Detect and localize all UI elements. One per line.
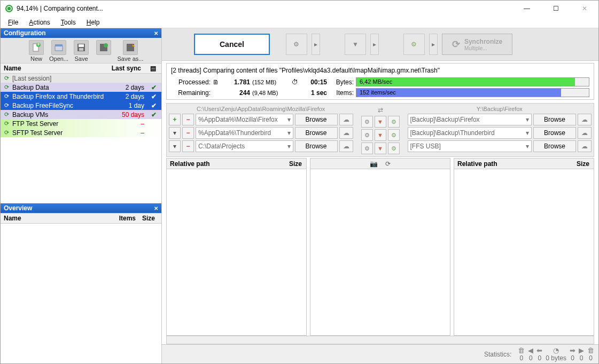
new-icon: + [29,40,44,55]
arrow-right-plus-icon: ➡ [570,346,575,354]
pair-filter-button[interactable]: ▼ [375,116,386,128]
config-row[interactable]: ⟳ SFTP Test Server – [1,128,161,137]
left-file-list[interactable] [167,169,306,335]
pair-filter-button[interactable]: ▼ [375,129,386,141]
left-path-input[interactable]: %AppData%\Mozilla\Firefox▾ [196,114,293,125]
compare-settings-button[interactable]: ⚙ [286,34,307,55]
pie-icon: ◔ [553,346,559,354]
menu-help[interactable]: Help [82,18,104,27]
refresh-icon[interactable]: ⟳ [385,160,391,168]
col-size[interactable]: Size [564,160,594,168]
sync-icon: ⟳ [2,102,11,109]
filter-button[interactable]: ▼ [345,34,366,55]
browse-button[interactable]: Browse [533,127,576,139]
check-icon: ✔ [147,84,160,91]
add-pair-button[interactable]: + [169,114,181,125]
items-rate: 152 items/sec [360,89,396,96]
pair-compare-button[interactable]: ⚙ [361,116,373,128]
elapsed-time: 00:15 [305,78,327,86]
cloud-icon[interactable]: ☁ [339,140,353,152]
camera-icon[interactable]: 📷 [370,160,378,168]
svg-text:+: + [36,43,40,48]
overview-col-name[interactable]: Name [1,215,110,222]
config-row[interactable]: ⟳ Backup VMs 50 days ✔ [1,110,161,119]
right-path-input[interactable]: [FFS USB]▾ [408,140,532,152]
sync-icon: ⟳ [452,38,460,50]
config-row[interactable]: ⟳ Backup Firefox and Thunderbird 2 days … [1,92,161,101]
pair-sync-button[interactable]: ⚙ [388,143,400,154]
overview-col-size[interactable]: Size [136,215,161,222]
menu-actions[interactable]: Actions [25,18,54,27]
right-file-list[interactable] [454,169,594,335]
config-row[interactable]: ⟳ FTP Test Server – [1,119,161,128]
new-button[interactable]: + New [26,40,46,62]
remove-pair-button[interactable]: − [182,127,194,139]
config-col-lastsync[interactable]: Last sync [110,65,144,72]
left-path-input[interactable]: C:\Data\Projects▾ [196,140,293,152]
config-col-view-icon[interactable]: ▤ [144,65,161,72]
config-row[interactable]: ⟳ Backup Data 2 days ✔ [1,83,161,92]
check-icon: ✔ [147,111,160,118]
sync-dropdown-button[interactable]: ▸ [429,34,438,55]
cloud-icon[interactable]: ☁ [578,140,592,152]
expand-pair-button[interactable]: ▾ [169,140,181,152]
remove-pair-button[interactable]: − [182,114,194,125]
stat-delete-left: 🗑0 [518,346,525,362]
open-button[interactable]: Open... [49,40,69,62]
config-row[interactable]: ⟳ Backup FreeFileSync 1 day ✔ [1,101,161,110]
minimize-button[interactable]: — [517,2,536,15]
swap-icon[interactable]: ⇄ [378,106,383,114]
sync-settings-button[interactable]: ⚙ [403,34,425,55]
synchronize-button[interactable]: ⟳ Synchronize Multiple... [442,34,512,55]
configuration-close-icon[interactable]: ✕ [154,30,158,36]
sync-icon: ⟳ [2,75,11,82]
sync-icon: ⟳ [2,129,11,136]
compare-dropdown-button[interactable]: ▸ [312,34,320,55]
config-col-name[interactable]: Name [1,65,110,72]
right-path-input[interactable]: [Backup]\Backup\Thunderbird▾ [408,127,532,139]
browse-button[interactable]: Browse [533,140,576,152]
horizontal-scrollbar[interactable] [166,336,594,344]
remove-pair-button[interactable]: − [182,140,194,152]
filter-dropdown-button[interactable]: ▸ [370,34,379,55]
close-button[interactable]: ✕ [575,2,594,15]
sync-icon: ⟳ [2,111,11,118]
middle-action-pane: 📷 ⟳ [310,158,450,336]
saveas-button[interactable]: Save as... [116,40,145,62]
pair-compare-button[interactable]: ⚙ [361,129,373,141]
menu-tools[interactable]: Tools [57,18,80,27]
cloud-icon[interactable]: ☁ [578,114,592,125]
maximize-button[interactable]: ☐ [546,2,565,15]
sync-icon: ⟳ [2,120,11,127]
pair-sync-button[interactable]: ⚙ [388,129,400,141]
cloud-icon[interactable]: ☁ [339,127,353,139]
browse-button[interactable]: Browse [533,114,576,125]
cloud-icon[interactable]: ☁ [339,114,353,125]
stat-bytes: ◔0 bytes [546,346,566,362]
overview-close-icon[interactable]: ✕ [154,205,158,211]
browse-button[interactable]: Browse [295,114,338,125]
pair-compare-button[interactable]: ⚙ [361,143,373,154]
check-icon: ✔ [147,102,160,109]
right-path-input[interactable]: [Backup]\Backup\Firefox▾ [408,114,532,125]
menu-file[interactable]: File [4,18,22,27]
cancel-button[interactable]: Cancel [194,34,270,55]
cloud-icon[interactable]: ☁ [578,127,592,139]
overview-col-items[interactable]: Items [110,215,136,222]
bytes-label: Bytes: [329,78,354,86]
left-path-input[interactable]: %AppData%\Thunderbird▾ [196,127,293,139]
window-title: 94,14% | Comparing content... [17,5,517,12]
col-relative-path[interactable]: Relative path [454,160,564,168]
saveas-sync-button[interactable] [94,40,114,62]
config-row-last-session[interactable]: ⟳ [Last session] [1,74,161,83]
browse-button[interactable]: Browse [295,127,338,139]
browse-button[interactable]: Browse [295,140,338,152]
pair-sync-button[interactable]: ⚙ [388,116,400,128]
file-comparison-panes: Relative path Size 📷 ⟳ Relative path Siz… [166,158,594,336]
arrow-right-icon: ▶ [579,346,584,354]
expand-pair-button[interactable]: ▾ [169,127,181,139]
save-button[interactable]: Save [71,40,91,62]
col-relative-path[interactable]: Relative path [167,160,276,168]
pair-filter-button[interactable]: ▼ [375,143,386,154]
col-size[interactable]: Size [276,160,306,168]
